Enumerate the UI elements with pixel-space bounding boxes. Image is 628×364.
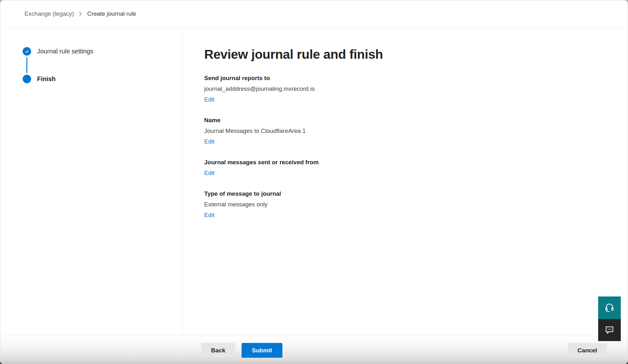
section-value: journal_adddress@journaling.mxrecord.io bbox=[204, 85, 609, 92]
breadcrumb: Exchange (legacy) Create journal rule bbox=[25, 10, 136, 17]
review-section-type-of-message-to-journal: Type of message to journal External mess… bbox=[204, 190, 609, 219]
feedback-icon bbox=[604, 325, 614, 336]
step-connector-line bbox=[26, 57, 27, 73]
step-completed-checkmark-icon bbox=[23, 47, 31, 56]
section-label: Journal messages sent or received from bbox=[204, 159, 609, 166]
section-label: Send journal reports to bbox=[204, 75, 609, 82]
submit-button[interactable]: Submit bbox=[242, 343, 282, 358]
cancel-button[interactable]: Cancel bbox=[568, 343, 607, 358]
headset-icon bbox=[604, 302, 614, 313]
breadcrumb-link-exchange-legacy[interactable]: Exchange (legacy) bbox=[25, 10, 74, 17]
help-button[interactable] bbox=[598, 296, 621, 319]
app-window: Exchange (legacy) Create journal rule bbox=[0, 0, 628, 364]
review-section-journal-messages-sent-or-received-from: Journal messages sent or received from E… bbox=[204, 159, 609, 177]
edit-link-type-of-message-to-journal[interactable]: Edit bbox=[204, 212, 215, 219]
wizard-step-finish[interactable]: Finish bbox=[23, 75, 183, 83]
floating-buttons bbox=[598, 296, 621, 341]
back-button[interactable]: Back bbox=[201, 343, 235, 358]
review-content: Review journal rule and finish Send jour… bbox=[183, 28, 628, 336]
feedback-button[interactable] bbox=[598, 319, 621, 341]
review-section-send-journal-reports-to: Send journal reports to journal_adddress… bbox=[204, 75, 609, 103]
section-value: External messages only bbox=[204, 201, 609, 208]
step-current-dot-icon bbox=[23, 75, 31, 83]
breadcrumb-bar: Exchange (legacy) Create journal rule bbox=[0, 0, 628, 27]
breadcrumb-current-page: Create journal rule bbox=[87, 10, 136, 17]
section-label: Name bbox=[204, 117, 609, 124]
step-label: Journal rule settings bbox=[37, 48, 93, 55]
screen: Exchange (legacy) Create journal rule bbox=[0, 0, 628, 364]
footer-action-bar: Back Submit Cancel bbox=[0, 336, 628, 364]
section-label: Type of message to journal bbox=[204, 190, 609, 197]
review-section-name: Name Journal Messages to CloudflareArea … bbox=[204, 117, 609, 145]
wizard-step-journal-rule-settings[interactable]: Journal rule settings bbox=[23, 47, 183, 56]
edit-link-name[interactable]: Edit bbox=[204, 138, 215, 145]
wizard-steps-panel: Journal rule settings Finish bbox=[0, 28, 183, 336]
content-area: Journal rule settings Finish Review jour… bbox=[0, 28, 628, 336]
edit-link-journal-messages-sent-or-received-from[interactable]: Edit bbox=[204, 170, 215, 177]
chevron-right-icon bbox=[79, 12, 82, 16]
step-label: Finish bbox=[37, 75, 56, 83]
section-value: Journal Messages to CloudflareArea 1 bbox=[204, 128, 609, 134]
page-title: Review journal rule and finish bbox=[204, 47, 609, 62]
edit-link-send-journal-reports-to[interactable]: Edit bbox=[204, 96, 215, 103]
